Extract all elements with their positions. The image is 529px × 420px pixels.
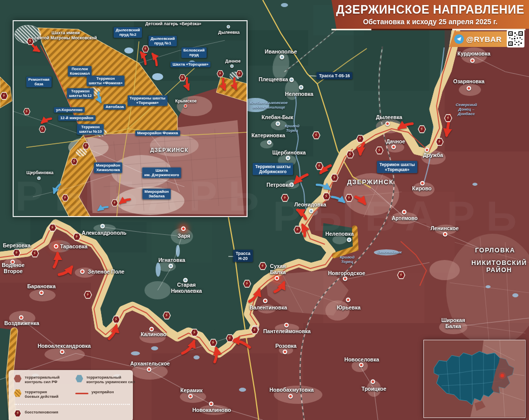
road-label: Трасса Т-05-16 [316, 72, 352, 79]
water-label: Клебан-Быковское водохранилище [250, 100, 287, 110]
lightning-icon: ⚡ [2, 93, 6, 98]
lightning-icon: ⚡ [84, 143, 88, 148]
legend-label: территориальный контроль украинских сил [86, 375, 135, 385]
hex-ua-icon [75, 375, 83, 383]
lightning-icon: ⚡ [25, 109, 29, 114]
legend-item: укрепрайон [75, 389, 131, 399]
clash-icon-inner: ⚡ [191, 329, 198, 336]
clash-icon: ⚡ [375, 146, 384, 155]
clash-icon: ⚡ [259, 262, 267, 271]
town-dot [276, 122, 280, 126]
town-label: Пантелеймоновка [263, 329, 311, 335]
clash-icon-inner: ⚡ [376, 147, 383, 154]
clash-icon: ⚡ [236, 70, 244, 78]
inset-label: Дылеевка [218, 30, 239, 35]
clash-icon-inner: ⚡ [323, 193, 330, 200]
lightning-icon: ⚡ [16, 411, 20, 416]
town-dot [101, 224, 105, 229]
town-dot [386, 122, 390, 126]
clash-icon-inner: ⚡ [236, 71, 243, 77]
clash-icon-inner: ⚡ [62, 195, 68, 201]
inset-info-box: ул.Короленко [54, 107, 85, 113]
town-label: Валентиновка [250, 305, 287, 311]
telegram-icon [454, 34, 464, 44]
town-label: Леонидовка [294, 202, 326, 208]
clash-icon-inner: ⚡ [316, 163, 323, 170]
lightning-icon: ⚡ [114, 317, 118, 322]
clash-icon-inner: ⚡ [398, 272, 405, 279]
clash-icon: ⚡ [281, 194, 290, 202]
town-label: Нелеповка [325, 231, 354, 237]
town-dot [280, 55, 284, 60]
conflict-location-dot [501, 374, 504, 378]
lightning-icon: ⚡ [75, 234, 79, 239]
town-label: Игнатовка [158, 257, 185, 264]
decorative-line-dark [371, 29, 452, 30]
clash-icon: ⚡ [62, 194, 69, 202]
clash-icon: ⚡ [346, 150, 355, 159]
town-label: Архангельское [130, 361, 170, 367]
town-label: Нелеповка [285, 91, 313, 97]
legend-grid: территориальный контроль сил РФтерритори… [14, 375, 129, 417]
clash-icon: ⚡ [444, 114, 453, 123]
clash-icon: ⚡ [13, 249, 21, 257]
clash-icon-inner: ⚡ [259, 262, 266, 270]
lightning-icon: ⚡ [86, 292, 90, 297]
inset-info-box: Беловский пруд [181, 47, 207, 58]
clash-icon-inner: ⚡ [39, 126, 45, 132]
clash-icon-inner: ⚡ [313, 132, 320, 139]
clash-icon: ⚡ [190, 329, 199, 337]
town-dot [169, 264, 173, 269]
town-label: Широкая Балка [441, 318, 465, 330]
clash-icon-inner: ⚡ [294, 226, 301, 233]
legend-divider [15, 404, 130, 405]
town-label: Клебан-Бык [262, 115, 294, 121]
town-label: Щербиновка [272, 150, 306, 156]
inset-info-box: Террикон шахты «Фомиха» [86, 76, 124, 86]
hex-combat-icon [14, 389, 22, 397]
town-dot [263, 299, 268, 303]
clash-icon: ⚡ [49, 224, 57, 232]
town-label: Ленинское [430, 226, 459, 232]
water-label: Северский Донец – Донбасс [456, 102, 477, 117]
town-label: Озаряновка [453, 79, 485, 85]
clash-icon-inner: ⚡ [73, 233, 80, 240]
clash-icon-inner: ⚡ [71, 159, 77, 165]
clash-icon-inner: ⚡ [49, 224, 56, 231]
clash-icon: ⚡ [71, 158, 78, 166]
clash-icon: ⚡ [356, 135, 365, 143]
town-dot [467, 86, 471, 91]
lightning-icon: ⚡ [211, 340, 215, 345]
page-title: ДЗЕРЖИНСКОЕ НАПРАВЛЕНИЕ [336, 3, 524, 17]
town-label: Дачное [386, 139, 405, 145]
inset-info-box: 12-й микрорайон [58, 115, 95, 121]
town-dot [209, 402, 214, 406]
lightning-icon: ⚡ [28, 39, 32, 44]
clash-icon: ⚡ [73, 233, 81, 241]
town-label: Заря [178, 233, 190, 239]
clash-icon-inner: ⚡ [217, 71, 223, 77]
town-dot [37, 177, 41, 180]
town-dot [275, 276, 279, 281]
water-label: Кривой Торец [340, 255, 354, 264]
clash-icon: ⚡ [84, 291, 92, 299]
clash-icon: ⚡ [312, 131, 321, 140]
clash-icon: ⚡ [345, 194, 354, 202]
page-subtitle: Обстановка к исходу 25 апреля 2025 г. [363, 18, 497, 26]
town-label: Плещеевка [259, 77, 288, 83]
town-label: Барановка [27, 284, 56, 290]
town-label: Воздвиженка [4, 321, 39, 327]
town-dot [188, 394, 193, 399]
clash-icon-inner: ⚡ [244, 280, 251, 287]
clash-icon-inner: ⚡ [31, 250, 38, 257]
legend-label: укрепрайон [91, 389, 114, 394]
inset-info-box: Ремонтная база [26, 77, 52, 87]
town-label: Юрьевка [336, 305, 360, 311]
inset-info-box: Дылеевский пруд №2 [114, 27, 142, 38]
town-label: Розовка [275, 343, 297, 349]
qr-code [507, 30, 524, 47]
lightning-icon: ⚡ [446, 116, 450, 121]
town-label: Тарасовка [60, 244, 87, 250]
town-dot [184, 104, 187, 108]
clash-icon: ⚡ [226, 334, 234, 343]
